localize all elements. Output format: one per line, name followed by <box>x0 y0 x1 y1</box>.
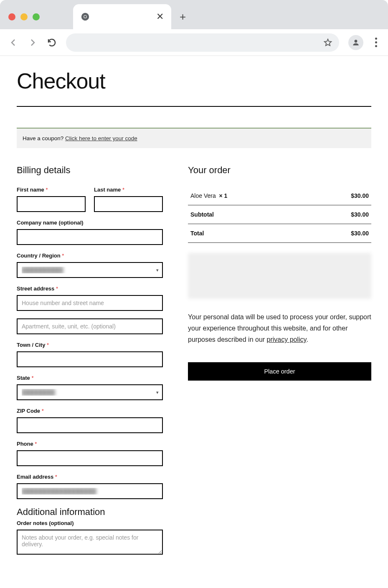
zip-input[interactable] <box>17 417 163 433</box>
privacy-text: Your personal data will be used to proce… <box>188 311 371 346</box>
zip-label: ZIP Code * <box>17 408 163 414</box>
first-name-label: First name * <box>17 187 86 193</box>
window-maximize-button[interactable] <box>33 13 40 20</box>
billing-heading: Billing details <box>17 165 163 176</box>
country-label: Country / Region * <box>17 252 163 259</box>
company-label: Company name (optional) <box>17 220 163 226</box>
coupon-link[interactable]: Click here to enter your code <box>65 135 137 141</box>
last-name-input[interactable] <box>94 196 163 212</box>
order-summary-table: Aloe Vera × 1 $30.00 Subtotal $30.00 Tot… <box>188 187 371 243</box>
payment-method-box <box>188 253 371 299</box>
total-label: Total <box>188 224 307 243</box>
state-label: State * <box>17 375 163 381</box>
last-name-label: Last name * <box>94 187 163 193</box>
back-button[interactable] <box>8 38 18 48</box>
total-value: $30.00 <box>307 224 371 243</box>
window-minimize-button[interactable] <box>20 13 28 20</box>
street-address-input[interactable] <box>17 295 163 311</box>
browser-chrome: ✕ + <box>0 0 388 56</box>
browser-tab[interactable]: ✕ <box>73 4 171 29</box>
order-item-name: Aloe Vera <box>190 192 216 199</box>
profile-button[interactable] <box>348 35 363 50</box>
billing-column: Billing details First name * Last name *… <box>17 165 163 564</box>
svg-point-2 <box>84 15 86 18</box>
bookmark-star-icon[interactable] <box>323 38 332 47</box>
page-title: Checkout <box>17 68 371 93</box>
place-order-button[interactable]: Place order <box>188 362 371 381</box>
additional-info-heading: Additional information <box>17 507 163 517</box>
window-controls <box>8 13 40 20</box>
privacy-policy-link[interactable]: privacy policy <box>267 336 307 343</box>
order-item-qty: × 1 <box>219 192 228 199</box>
coupon-prompt: Have a coupon? <box>23 135 63 141</box>
address-bar[interactable] <box>66 33 339 52</box>
order-column: Your order Aloe Vera × 1 $30.00 Subtotal… <box>188 165 371 381</box>
street-label: Street address * <box>17 285 163 292</box>
browser-toolbar <box>0 29 388 56</box>
order-notes-textarea[interactable] <box>17 530 163 555</box>
tab-bar: ✕ + <box>0 4 388 29</box>
reload-button[interactable] <box>47 38 57 48</box>
title-divider <box>17 106 371 107</box>
country-select[interactable] <box>17 262 163 278</box>
email-input[interactable] <box>17 483 163 499</box>
subtotal-value: $30.00 <box>307 205 371 224</box>
order-total-row: Total $30.00 <box>188 224 371 243</box>
order-item-total: $30.00 <box>307 187 371 205</box>
window-close-button[interactable] <box>8 13 15 20</box>
forward-button[interactable] <box>28 38 38 48</box>
phone-input[interactable] <box>17 450 163 466</box>
subtotal-label: Subtotal <box>188 205 307 224</box>
street-address-2-input[interactable] <box>17 318 163 334</box>
order-item-row: Aloe Vera × 1 $30.00 <box>188 187 371 205</box>
city-label: Town / City * <box>17 342 163 348</box>
new-tab-button[interactable]: + <box>180 10 186 23</box>
browser-menu-button[interactable] <box>373 35 380 50</box>
person-icon <box>352 38 360 47</box>
tab-close-icon[interactable]: ✕ <box>156 12 164 21</box>
city-input[interactable] <box>17 351 163 367</box>
first-name-input[interactable] <box>17 196 86 212</box>
order-notes-label: Order notes (optional) <box>17 520 163 526</box>
company-input[interactable] <box>17 229 163 245</box>
phone-label: Phone * <box>17 441 163 447</box>
svg-point-3 <box>355 40 358 43</box>
chrome-icon <box>81 12 90 21</box>
coupon-notice: Have a coupon? Click here to enter your … <box>17 128 371 148</box>
email-label: Email address * <box>17 474 163 480</box>
state-select[interactable] <box>17 384 163 400</box>
order-heading: Your order <box>188 165 371 176</box>
page-content: Checkout Have a coupon? Click here to en… <box>0 56 388 580</box>
order-subtotal-row: Subtotal $30.00 <box>188 205 371 224</box>
